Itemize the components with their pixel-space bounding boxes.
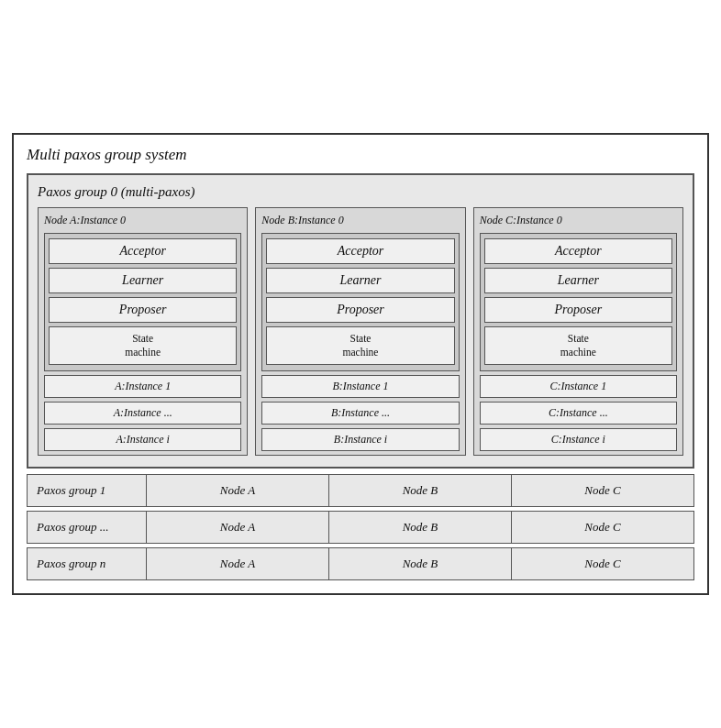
group-dot-node-b: Node B bbox=[329, 512, 512, 543]
node-a-instance-i: A:Instance i bbox=[44, 428, 241, 451]
node-b-header: Node B:Instance 0 bbox=[261, 214, 459, 227]
node-a-header: Node A:Instance 0 bbox=[44, 214, 241, 227]
node-a-acceptor: Acceptor bbox=[49, 238, 237, 264]
paxos-group-0: Paxos group 0 (multi-paxos) Node A:Insta… bbox=[27, 173, 694, 469]
paxos-group-dot-row: Paxos group ... Node A Node B Node C bbox=[27, 511, 694, 544]
node-c-state-machine: Statemachine bbox=[484, 326, 672, 365]
group-dot-node-c: Node C bbox=[512, 512, 693, 543]
paxos-group-n-label: Paxos group n bbox=[28, 548, 147, 579]
node-b-learner: Learner bbox=[266, 268, 454, 293]
node-a-instance-dot: A:Instance ... bbox=[44, 402, 241, 425]
group-n-node-a: Node A bbox=[147, 548, 329, 579]
node-a-proposer: Proposer bbox=[49, 297, 237, 323]
bottom-groups: Paxos group 1 Node A Node B Node C Paxos… bbox=[27, 474, 694, 580]
group1-node-c: Node C bbox=[512, 475, 693, 506]
paxos-group-1-row: Paxos group 1 Node A Node B Node C bbox=[27, 474, 694, 507]
node-c-instance1: C:Instance 1 bbox=[480, 375, 677, 398]
paxos-group-n-nodes: Node A Node B Node C bbox=[147, 548, 693, 579]
node-b-state-machine: Statemachine bbox=[266, 326, 454, 365]
paxos-group-dot-label: Paxos group ... bbox=[28, 512, 147, 543]
node-a-instance0: Acceptor Learner Proposer Statemachine bbox=[44, 233, 241, 371]
node-b-acceptor: Acceptor bbox=[266, 238, 454, 264]
paxos-group-1-label: Paxos group 1 bbox=[28, 475, 147, 506]
paxos-group-1-nodes: Node A Node B Node C bbox=[147, 475, 693, 506]
node-b-instance-dot: B:Instance ... bbox=[261, 402, 459, 425]
outer-container: Multi paxos group system Paxos group 0 (… bbox=[12, 133, 709, 595]
node-b-proposer: Proposer bbox=[266, 297, 454, 323]
group-n-node-b: Node B bbox=[329, 548, 512, 579]
group1-node-b: Node B bbox=[329, 475, 512, 506]
outer-title: Multi paxos group system bbox=[27, 146, 694, 164]
node-b-column: Node B:Instance 0 Acceptor Learner Propo… bbox=[255, 207, 465, 456]
paxos-group-dot-nodes: Node A Node B Node C bbox=[147, 512, 693, 543]
node-b-instance0: Acceptor Learner Proposer Statemachine bbox=[261, 233, 459, 371]
group0-title: Paxos group 0 (multi-paxos) bbox=[38, 184, 683, 200]
paxos-group-n-row: Paxos group n Node A Node B Node C bbox=[27, 547, 694, 580]
node-a-instance1: A:Instance 1 bbox=[44, 375, 241, 398]
node-a-learner: Learner bbox=[49, 268, 237, 293]
node-b-instance1: B:Instance 1 bbox=[261, 375, 459, 398]
nodes-row: Node A:Instance 0 Acceptor Learner Propo… bbox=[38, 207, 683, 456]
group-dot-node-a: Node A bbox=[147, 512, 329, 543]
node-c-header: Node C:Instance 0 bbox=[480, 214, 677, 227]
node-c-instance-i: C:Instance i bbox=[480, 428, 677, 451]
node-c-learner: Learner bbox=[484, 268, 672, 293]
group-n-node-c: Node C bbox=[512, 548, 693, 579]
node-c-acceptor: Acceptor bbox=[484, 238, 672, 264]
node-c-column: Node C:Instance 0 Acceptor Learner Propo… bbox=[473, 207, 683, 456]
group1-node-a: Node A bbox=[147, 475, 329, 506]
node-a-state-machine: Statemachine bbox=[49, 326, 237, 365]
node-c-instance-dot: C:Instance ... bbox=[480, 402, 677, 425]
node-c-proposer: Proposer bbox=[484, 297, 672, 323]
node-c-instance0: Acceptor Learner Proposer Statemachine bbox=[480, 233, 677, 371]
node-a-column: Node A:Instance 0 Acceptor Learner Propo… bbox=[38, 207, 248, 456]
node-b-instance-i: B:Instance i bbox=[261, 428, 459, 451]
